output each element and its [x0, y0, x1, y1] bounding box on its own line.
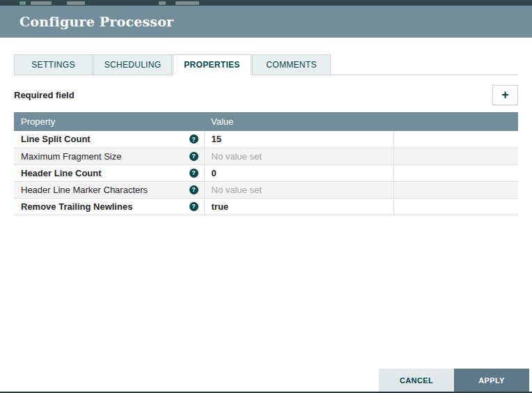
column-header-empty	[393, 112, 518, 131]
tab-properties[interactable]: PROPERTIES	[173, 54, 251, 75]
help-icon[interactable]: ?	[189, 202, 198, 211]
column-header-value: Value	[204, 112, 393, 131]
dialog-buttons: CANCEL APPLY	[379, 369, 529, 392]
dialog-title: Configure Processor	[19, 14, 173, 29]
empty-cell	[393, 131, 518, 148]
property-name: Maximum Fragment Size	[21, 151, 121, 162]
tab-scheduling[interactable]: SCHEDULING	[93, 54, 172, 75]
property-value[interactable]: No value set	[204, 181, 393, 198]
help-icon[interactable]: ?	[189, 152, 198, 161]
table-row: Remove Trailing Newlines ? true	[14, 198, 518, 215]
required-field-label: Required field	[14, 90, 75, 100]
table-toolbar: Required field +	[14, 84, 518, 105]
background-canvas-fragment	[31, 1, 52, 5]
properties-table: Property Value Line Split Count ? 15	[14, 112, 518, 215]
empty-cell	[393, 181, 518, 198]
configure-processor-dialog: Configure Processor SETTINGS SCHEDULING …	[0, 6, 532, 392]
table-row: Line Split Count ? 15	[14, 131, 518, 148]
table-row: Header Line Count ? 0	[14, 164, 518, 181]
help-icon[interactable]: ?	[189, 169, 198, 178]
property-name: Remove Trailing Newlines	[21, 201, 132, 212]
dialog-body: SETTINGS SCHEDULING PROPERTIES COMMENTS …	[0, 38, 532, 392]
property-name: Header Line Marker Characters	[21, 185, 148, 195]
background-canvas-fragment	[67, 1, 85, 5]
property-name: Line Split Count	[21, 134, 91, 144]
column-header-property: Property	[14, 112, 204, 131]
property-value[interactable]: No value set	[204, 148, 393, 164]
dialog-header: Configure Processor	[0, 6, 532, 38]
property-value[interactable]: 15	[204, 131, 393, 148]
add-property-button[interactable]: +	[492, 85, 518, 105]
tab-bar: SETTINGS SCHEDULING PROPERTIES COMMENTS	[14, 54, 518, 75]
help-icon[interactable]: ?	[189, 134, 198, 144]
background-canvas-fragment	[175, 1, 199, 5]
apply-button[interactable]: APPLY	[454, 369, 529, 392]
tab-comments[interactable]: COMMENTS	[252, 54, 331, 75]
cancel-button[interactable]: CANCEL	[379, 369, 454, 392]
empty-cell	[393, 148, 518, 164]
property-name: Header Line Count	[21, 168, 102, 178]
table-row: Header Line Marker Characters ? No value…	[14, 181, 518, 198]
plus-icon: +	[501, 88, 509, 101]
table-header-row: Property Value	[14, 112, 518, 131]
property-value[interactable]: true	[204, 198, 393, 215]
table-row: Maximum Fragment Size ? No value set	[14, 148, 518, 164]
empty-cell	[393, 164, 518, 181]
background-canvas-fragment	[19, 1, 26, 5]
help-icon[interactable]: ?	[189, 185, 198, 194]
empty-cell	[393, 198, 518, 215]
background-canvas-fragment	[159, 1, 166, 5]
tab-settings[interactable]: SETTINGS	[14, 54, 93, 75]
property-value[interactable]: 0	[204, 164, 393, 181]
